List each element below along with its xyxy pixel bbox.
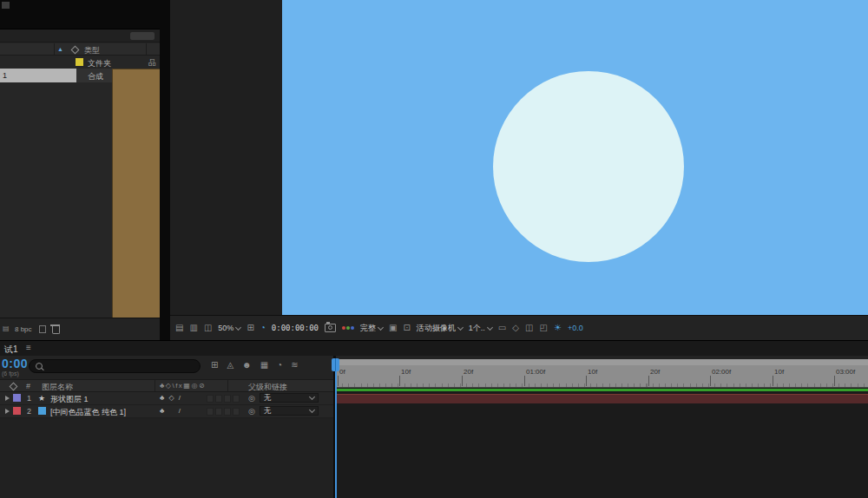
timeline-track-area[interactable] xyxy=(336,388,868,498)
project-item-folder[interactable]: 文件夹 品 xyxy=(0,56,160,69)
panel-menu-icon[interactable]: ≡ xyxy=(26,344,31,352)
resolution-value: 完整 xyxy=(360,323,376,334)
item-name-edit-field[interactable]: 1 xyxy=(0,69,76,82)
current-time-display[interactable]: 0:00 xyxy=(2,357,28,370)
pickwhip-icon[interactable]: ◎ xyxy=(248,394,255,403)
item-type-label: 合成 xyxy=(88,71,103,82)
flowchart-icon[interactable]: 品 xyxy=(148,57,156,69)
parent-select[interactable]: 无 xyxy=(260,406,319,416)
exposure-value[interactable]: +0.0 xyxy=(568,324,583,332)
playhead-line[interactable] xyxy=(335,358,337,498)
layer-mode-boxes xyxy=(207,408,240,416)
shape-layer-icon: ★ xyxy=(38,394,45,403)
resolution-select[interactable]: 完整 xyxy=(360,323,383,334)
transparency-grid-icon[interactable]: ⊡ xyxy=(403,324,410,332)
delete-icon[interactable] xyxy=(50,324,60,335)
snapshot-camera-icon[interactable] xyxy=(325,324,336,332)
time-ruler[interactable]: 0f 10f 20f 01:00f 10f 20f 02:00f 10f 03:… xyxy=(336,365,868,388)
after-effects-window: ▲ 类型 文件夹 品 1 合成 ▤ 8 bpc ▤ ▥ ◫ xyxy=(0,0,868,498)
ruler-label: 10f xyxy=(401,368,411,376)
layer-name[interactable]: [中间色品蓝色 纯色 1] xyxy=(50,407,126,418)
mini-flowchart-icon[interactable]: ⊞ xyxy=(211,361,218,370)
layer-row[interactable]: 1 ★ 形状图层 1 ♣ ◇ / ◎ 无 xyxy=(0,392,333,405)
footer-box-icon[interactable] xyxy=(39,325,46,333)
frame-blending-icon[interactable]: ▦ xyxy=(260,361,268,370)
layer-index: 2 xyxy=(27,407,31,416)
layer-label-swatch[interactable] xyxy=(13,407,21,415)
project-column-header: ▲ 类型 xyxy=(0,43,160,56)
timeline-panel: 试1 ≡ 0:00 (6 fps) ⊞ ◬ ☻ ▦ ◔ ≋ # 图层名称 xyxy=(0,340,868,498)
layer-list-header: # 图层名称 ♣◇\fx▦◎⊘ 父级和链接 xyxy=(0,379,333,392)
motion-blur-icon[interactable]: ◔ xyxy=(277,361,282,370)
parent-select[interactable]: 无 xyxy=(260,393,319,403)
ruler-label: 03:00f xyxy=(836,368,855,376)
panel-button[interactable] xyxy=(130,32,155,40)
layer-index: 1 xyxy=(27,394,31,403)
zoom-select[interactable]: 50% xyxy=(218,324,240,332)
chevron-down-icon xyxy=(487,324,493,330)
project-depth-icon[interactable]: ▤ xyxy=(3,325,10,332)
chevron-down-icon xyxy=(457,324,464,330)
switches-column-header[interactable]: ♣◇\fx▦◎⊘ xyxy=(160,382,206,390)
timeline-option-icons: ⊞ ◬ ☻ ▦ ◔ ≋ xyxy=(211,361,299,370)
layer-list-empty-area xyxy=(0,418,333,498)
shape-layer-ellipse[interactable] xyxy=(493,71,684,262)
project-panel-top-area xyxy=(0,0,160,29)
chevron-down-icon xyxy=(235,324,241,330)
layer-row[interactable]: 2 [中间色品蓝色 纯色 1] ♣ / ◎ 无 xyxy=(0,405,333,418)
sort-asc-icon[interactable]: ▲ xyxy=(57,46,63,52)
pixel-aspect-icon[interactable]: ▭ xyxy=(498,324,506,332)
fast-preview-icon[interactable]: ◇ xyxy=(512,324,519,332)
label-column-icon[interactable] xyxy=(10,383,18,391)
camera-view-select[interactable]: 活动摄像机 xyxy=(417,323,463,334)
flowchart-button-icon[interactable]: ◰ xyxy=(539,324,547,332)
expand-arrow-icon[interactable] xyxy=(5,396,10,401)
always-preview-icon[interactable]: ▤ xyxy=(175,324,183,332)
column-divider xyxy=(155,380,155,391)
target-region-icon[interactable]: ▣ xyxy=(389,324,397,332)
frame-rate-label: (6 fps) xyxy=(2,370,19,377)
exposure-icon[interactable]: ☀ xyxy=(554,324,562,332)
ruler-label: 20f xyxy=(464,368,473,376)
preview-time-display[interactable]: 0:00:00:00 xyxy=(272,324,319,332)
grid-options-icon[interactable]: ⊞ xyxy=(247,324,253,332)
timeline-tab[interactable]: 试1 xyxy=(4,344,18,356)
chevron-down-icon xyxy=(309,407,315,413)
layer-duration-bar-2[interactable] xyxy=(336,394,868,403)
show-channels-icon[interactable] xyxy=(342,326,354,330)
layer-switches[interactable]: ♣ ◇ / xyxy=(160,394,182,402)
layer-switches[interactable]: ♣ / xyxy=(160,407,181,415)
split-view-icon[interactable]: ◫ xyxy=(204,324,212,332)
project-item-composition[interactable]: 1 合成 xyxy=(0,69,160,82)
ruler-label: 20f xyxy=(650,368,660,376)
panel-divider[interactable] xyxy=(160,0,170,340)
zoom-value: 50% xyxy=(218,324,233,332)
chevron-down-icon xyxy=(309,394,315,400)
screen-mode-icon[interactable]: ▥ xyxy=(189,324,197,332)
color-depth-label[interactable]: 8 bpc xyxy=(15,325,32,333)
project-search-row xyxy=(0,29,160,43)
expand-arrow-icon[interactable] xyxy=(5,409,10,414)
mask-visibility-icon[interactable]: ◔ xyxy=(260,324,266,332)
folder-icon xyxy=(76,58,83,66)
layer-name[interactable]: 形状图层 1 xyxy=(50,394,89,405)
label-column-icon[interactable] xyxy=(71,46,80,55)
composition-view[interactable] xyxy=(282,0,868,315)
layer-label-swatch[interactable] xyxy=(13,394,21,402)
graph-editor-icon[interactable]: ≋ xyxy=(291,361,298,370)
playhead-handle[interactable] xyxy=(332,358,339,371)
index-column-header[interactable]: # xyxy=(26,382,30,390)
layer-search-input[interactable] xyxy=(29,359,201,373)
project-panel: ▲ 类型 文件夹 品 1 合成 ▤ 8 bpc xyxy=(0,0,160,340)
draft-3d-icon[interactable]: ◬ xyxy=(227,361,233,370)
pickwhip-icon[interactable]: ◎ xyxy=(248,407,255,416)
view-layout-select[interactable]: 1个.. xyxy=(469,323,492,334)
composition-panel: ▤ ▥ ◫ 50% ⊞ ◔ 0:00:00:00 完整 ▣ ⊡ 活动摄像机 xyxy=(170,0,868,340)
timeline-button-icon[interactable]: ◫ xyxy=(525,324,533,332)
layer-duration-bar-1[interactable] xyxy=(336,389,868,391)
column-divider xyxy=(227,380,228,391)
hide-shy-layers-icon[interactable]: ☻ xyxy=(242,361,252,370)
viewer-toolbar: ▤ ▥ ◫ 50% ⊞ ◔ 0:00:00:00 完整 ▣ ⊡ 活动摄像机 xyxy=(170,315,868,340)
parent-value: 无 xyxy=(264,406,272,416)
time-navigator[interactable] xyxy=(336,359,868,365)
